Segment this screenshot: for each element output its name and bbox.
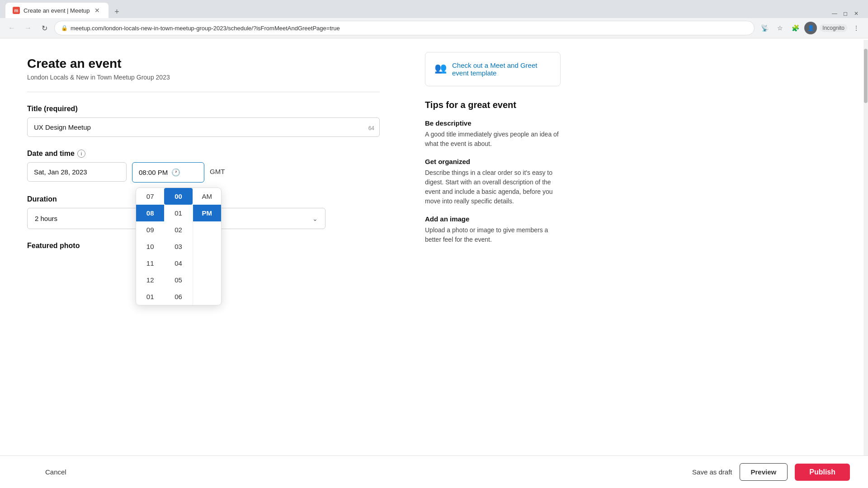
page-container: Create an event London Locals & New in T… [0,38,868,487]
template-box: 👥 Check out a Meet and Greet event templ… [425,52,561,86]
forward-button[interactable]: → [22,22,34,34]
timezone-label: GMT [210,162,225,181]
scrollbar-track[interactable] [863,40,868,487]
save-draft-button[interactable]: Save as draft [692,468,732,476]
time-picker-dropdown[interactable]: 07 08 09 10 11 12 01 00 01 02 [136,188,222,305]
minimize-button[interactable]: — [830,9,839,18]
ampm-am[interactable]: AM [193,188,221,205]
ampm-pm[interactable]: PM [193,205,221,221]
hour-11[interactable]: 11 [136,255,164,272]
min-02[interactable]: 02 [164,221,192,238]
incognito-badge: Incognito [820,24,847,32]
sidebar: 👥 Check out a Meet and Greet event templ… [407,38,579,487]
time-picker-columns: 07 08 09 10 11 12 01 00 01 02 [136,188,221,305]
cancel-link[interactable]: Cancel [45,468,66,476]
min-00[interactable]: 00 [164,188,192,205]
tab-close-button[interactable]: ✕ [93,6,101,14]
profile-icon[interactable]: 👤 [804,22,817,34]
extension-icon[interactable]: 🧩 [789,22,802,34]
hours-column[interactable]: 07 08 09 10 11 12 01 [136,188,164,305]
main-content: Create an event London Locals & New in T… [0,38,407,487]
duration-value: 2 hours [35,215,57,222]
hour-08[interactable]: 08 [136,205,164,221]
template-link[interactable]: Check out a Meet and Greet event templat… [452,61,551,77]
clock-icon: 🕐 [171,168,180,177]
hour-01[interactable]: 01 [136,288,164,305]
template-icon: 👥 [434,62,447,74]
header-divider [27,92,380,92]
new-tab-button[interactable]: + [110,5,123,18]
min-01[interactable]: 01 [164,205,192,221]
menu-icon[interactable]: ⋮ [850,22,863,34]
cast-icon[interactable]: 📡 [758,22,771,34]
time-value: 08:00 PM [139,169,168,176]
ampm-column[interactable]: AM PM [193,188,221,305]
datetime-label: Date and time i [27,150,380,158]
tab-favicon: m [13,7,20,14]
preview-button[interactable]: Preview [740,463,788,481]
min-06[interactable]: 06 [164,288,192,305]
tips-section: Tips for a great event Be descriptive A … [425,100,561,244]
datetime-section: Date and time i Sat, Jan 28, 2023 08:00 … [27,150,380,183]
hour-07[interactable]: 07 [136,188,164,205]
date-input[interactable]: Sat, Jan 28, 2023 [27,162,127,182]
page-title: Create an event [27,56,380,71]
page-subtitle: London Locals & New in Town Meetup Group… [27,74,380,81]
minutes-column[interactable]: 00 01 02 03 04 05 06 [164,188,192,305]
tip-organized-heading: Get organized [425,158,561,165]
bottom-actions: Cancel Save as draft Preview Publish [0,455,868,487]
tip-image: Add an image Upload a photo or image to … [425,215,561,244]
address-bar[interactable]: 🔒 meetup.com/london-locals-new-in-town-m… [54,21,755,35]
chevron-down-icon: ⌄ [312,215,318,222]
min-04[interactable]: 04 [164,255,192,272]
tip-organized: Get organized Describe things in a clear… [425,158,561,206]
min-05[interactable]: 05 [164,272,192,288]
publish-button[interactable]: Publish [795,464,850,481]
close-button[interactable]: ✕ [852,9,861,18]
hour-10[interactable]: 10 [136,238,164,255]
lock-icon: 🔒 [61,25,68,31]
tip-descriptive: Be descriptive A good title immediately … [425,119,561,149]
char-count: 64 [368,125,374,131]
reload-button[interactable]: ↻ [38,22,51,34]
title-section: Title (required) 64 [27,105,380,137]
browser-chrome: m Create an event | Meetup ✕ + — ◻ ✕ ← →… [0,0,868,38]
bookmark-icon[interactable]: ☆ [774,22,786,34]
title-input-wrapper: 64 [27,117,380,137]
restore-button[interactable]: ◻ [841,9,850,18]
min-03[interactable]: 03 [164,238,192,255]
tip-organized-text: Describe things in a clear order so it's… [425,168,561,206]
datetime-info-icon[interactable]: i [77,150,85,158]
time-input[interactable]: 08:00 PM 🕐 [132,162,204,183]
tab-bar: m Create an event | Meetup ✕ + — ◻ ✕ [0,0,868,18]
tip-image-text: Upload a photo or image to give members … [425,225,561,244]
title-input[interactable] [27,117,380,137]
tab-title: Create an event | Meetup [24,7,90,14]
scrollbar-thumb[interactable] [864,49,868,103]
hour-12[interactable]: 12 [136,272,164,288]
tip-descriptive-heading: Be descriptive [425,119,561,127]
tip-descriptive-text: A good title immediately gives people an… [425,130,561,149]
datetime-row: Sat, Jan 28, 2023 08:00 PM 🕐 GMT 07 08 0… [27,162,380,183]
active-tab[interactable]: m Create an event | Meetup ✕ [5,3,108,18]
tips-title: Tips for a great event [425,100,561,110]
hour-09[interactable]: 09 [136,221,164,238]
back-button[interactable]: ← [5,22,18,34]
title-label: Title (required) [27,105,380,113]
url-text: meetup.com/london-locals-new-in-town-mee… [71,25,748,32]
toolbar-right: 📡 ☆ 🧩 👤 Incognito ⋮ [758,22,863,34]
tip-image-heading: Add an image [425,215,561,223]
browser-toolbar: ← → ↻ 🔒 meetup.com/london-locals-new-in-… [0,18,868,38]
